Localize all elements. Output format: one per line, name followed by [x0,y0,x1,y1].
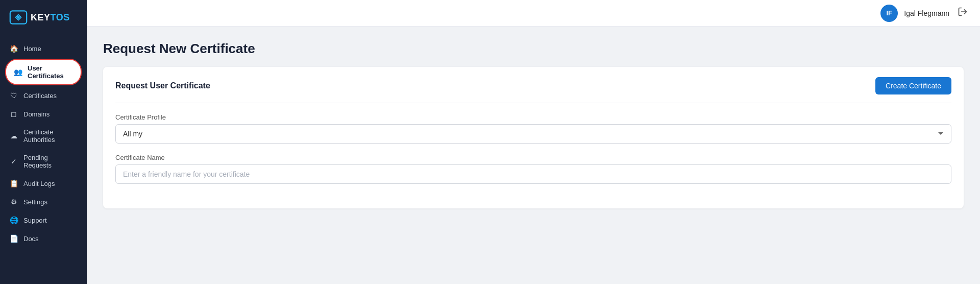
header: IF Igal Flegmann [87,0,980,27]
sidebar-item-pending-requests[interactable]: ✓ Pending Requests [0,149,87,174]
sidebar-item-domains[interactable]: ◻ Domains [0,105,87,123]
certificate-name-label: Certificate Name [115,154,951,161]
sidebar-nav: 🏠 Home 👥 User Certificates 🛡 Certificate… [0,35,87,284]
request-certificate-card: Request User Certificate Create Certific… [103,67,964,208]
settings-icon: ⚙ [9,198,18,206]
sidebar-item-home-label: Home [23,45,41,53]
logo-tos: TOS [51,12,70,22]
certificate-profile-label: Certificate Profile [115,113,951,121]
support-icon: 🌐 [9,216,18,224]
sidebar-item-audit-logs-label: Audit Logs [23,180,55,187]
sidebar-item-audit-logs[interactable]: 📋 Audit Logs [0,174,87,193]
certificate-profile-group: Certificate Profile All my [115,113,951,144]
sidebar-item-home[interactable]: 🏠 Home [0,39,87,58]
sidebar-item-certificates-label: Certificates [23,92,57,100]
card-header: Request User Certificate Create Certific… [115,77,951,103]
sidebar-item-docs[interactable]: 📄 Docs [0,229,87,248]
create-certificate-button[interactable]: Create Certificate [875,77,951,94]
home-icon: 🏠 [9,44,18,53]
sidebar-item-certificate-authorities[interactable]: ☁ Certificate Authorities [0,123,87,149]
sidebar-item-settings[interactable]: ⚙ Settings [0,193,87,211]
sidebar-item-support[interactable]: 🌐 Support [0,211,87,229]
sidebar-item-certificate-authorities-label: Certificate Authorities [23,128,78,144]
logout-icon[interactable] [958,7,968,19]
sidebar-item-support-label: Support [23,217,47,224]
sidebar-item-user-certificates[interactable]: 👥 User Certificates [5,59,82,85]
svg-point-1 [17,16,19,18]
pending-requests-icon: ✓ [9,157,18,165]
sidebar-item-domains-label: Domains [23,110,50,118]
sidebar-item-docs-label: Docs [23,235,39,243]
certificate-name-group: Certificate Name [115,154,951,184]
docs-icon: 📄 [9,234,18,243]
certificate-name-input[interactable] [115,164,951,184]
content: Request New Certificate Request User Cer… [87,27,980,284]
certificates-icon: 🛡 [9,91,18,100]
sidebar-item-pending-requests-label: Pending Requests [23,154,78,169]
sidebar: KEYTOS 🏠 Home 👥 User Certificates 🛡 Cert… [0,0,87,284]
card-title: Request User Certificate [115,81,210,90]
sidebar-item-settings-label: Settings [23,198,47,206]
user-certificates-icon: 👥 [13,68,22,76]
avatar: IF [880,5,898,22]
logo-key: KEY [31,12,51,22]
sidebar-item-certificates[interactable]: 🛡 Certificates [0,86,87,105]
certificate-authorities-icon: ☁ [9,132,18,140]
certificate-profile-select[interactable]: All my [115,124,951,144]
page-title: Request New Certificate [103,41,964,57]
logo: KEYTOS [0,0,87,35]
domains-icon: ◻ [9,110,18,118]
main: IF Igal Flegmann Request New Certificate… [87,0,980,284]
user-name: Igal Flegmann [904,9,949,17]
audit-logs-icon: 📋 [9,179,18,187]
sidebar-item-user-certificates-label: User Certificates [28,64,74,80]
